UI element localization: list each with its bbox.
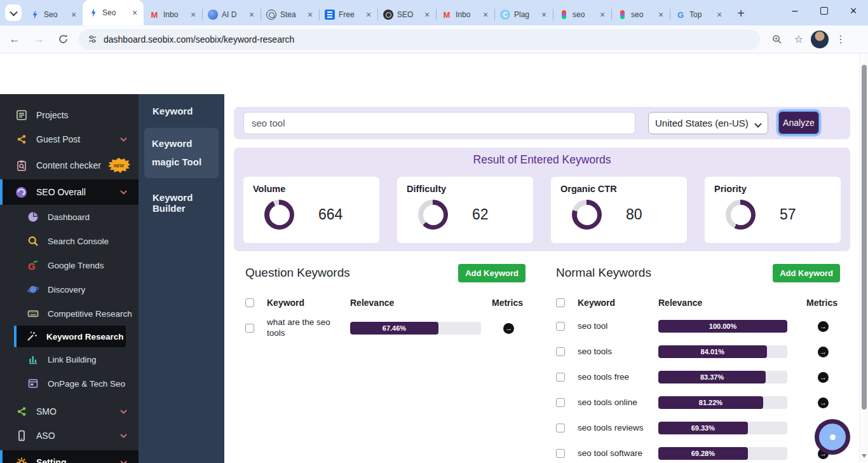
- table-row: what are the seo tools 67.46%: [245, 314, 526, 343]
- tab-title: seo: [631, 10, 652, 19]
- tab-close-icon[interactable]: [656, 10, 666, 20]
- sidebar-item-seo-overall[interactable]: SEO Overall: [0, 179, 139, 205]
- metrics-arrow-icon[interactable]: [818, 321, 829, 332]
- sidebar-item-guest-post[interactable]: Guest Post: [0, 127, 139, 151]
- priority-donut: [726, 200, 756, 230]
- metric-card-volume: Volume 664: [243, 177, 379, 243]
- locale-select[interactable]: United States (en-US): [648, 112, 768, 134]
- tab-close-icon[interactable]: [363, 10, 374, 20]
- sidebar-item-content-checker[interactable]: Content checker NEW: [0, 151, 139, 179]
- browser-tab[interactable]: Seo: [24, 4, 83, 25]
- tab-close-icon[interactable]: [422, 10, 432, 20]
- browser-tab[interactable]: Inbo: [436, 4, 494, 25]
- table-row: seo tools reviews 69.33%: [556, 415, 840, 441]
- sidebar-item-google-trends[interactable]: G Google Trends: [0, 253, 139, 277]
- bookmark-star-icon[interactable]: ☆: [789, 30, 808, 49]
- window-restore-icon[interactable]: [810, 0, 839, 22]
- new-tab-button[interactable]: [732, 4, 750, 22]
- browser-profile-avatar[interactable]: [811, 31, 829, 48]
- row-checkbox[interactable]: [556, 373, 565, 382]
- add-keyword-button[interactable]: Add Keyword: [458, 264, 526, 282]
- browser-tab[interactable]: AI D: [202, 4, 261, 25]
- row-checkbox[interactable]: [556, 322, 565, 331]
- browser-tab-active[interactable]: Seo: [83, 0, 144, 25]
- tab-close-icon[interactable]: [539, 10, 549, 20]
- tab-close-icon[interactable]: [69, 10, 79, 20]
- submenu-item-keyword[interactable]: Keyword: [139, 94, 224, 120]
- site-settings-icon[interactable]: [88, 34, 97, 44]
- metrics-arrow-icon[interactable]: [818, 372, 829, 383]
- row-checkbox[interactable]: [245, 324, 254, 333]
- browser-tab[interactable]: SEO: [377, 4, 436, 25]
- analyze-button[interactable]: Analyze: [778, 111, 819, 134]
- row-checkbox[interactable]: [556, 398, 565, 407]
- floating-widget-button[interactable]: [815, 419, 850, 455]
- chevron-down-icon: [120, 137, 127, 142]
- browser-tab[interactable]: Stea: [261, 4, 319, 25]
- forward-icon[interactable]: →: [29, 30, 48, 49]
- figma-favicon: [559, 10, 569, 20]
- tab-close-icon[interactable]: [188, 10, 198, 20]
- sidebar-item-smo[interactable]: SMO: [0, 399, 139, 424]
- back-icon[interactable]: ←: [5, 30, 24, 49]
- row-checkbox[interactable]: [556, 449, 565, 458]
- metrics-arrow-icon[interactable]: [818, 347, 829, 357]
- tab-title: Top: [689, 10, 710, 19]
- tab-close-icon[interactable]: [714, 10, 724, 20]
- submenu-item-keyword-builder[interactable]: Keyword Builder: [139, 181, 224, 218]
- select-all-checkbox[interactable]: [556, 298, 565, 307]
- metric-card-priority: Priority 57: [705, 177, 841, 243]
- window-minimize-icon[interactable]: [780, 0, 810, 22]
- sidebar-item-projects[interactable]: Projects: [0, 103, 139, 127]
- organic-ctr-donut: [572, 200, 602, 230]
- tab-search-button[interactable]: [5, 4, 22, 21]
- tab-title: Seo: [44, 10, 65, 19]
- browser-tab[interactable]: seo: [611, 4, 670, 25]
- select-all-checkbox[interactable]: [245, 298, 254, 307]
- sidebar-item-competitive-research[interactable]: Competitive Research: [0, 301, 139, 326]
- scrollbar-thumb[interactable]: [862, 65, 867, 410]
- row-checkbox[interactable]: [556, 424, 565, 432]
- tab-title: Inbo: [456, 10, 477, 19]
- address-bar[interactable]: dashboard.seobix.com/seobix/keyword-rese…: [79, 29, 760, 50]
- table-row: seo tool software 69.28%: [556, 441, 840, 463]
- metrics-arrow-icon[interactable]: [503, 323, 514, 334]
- tab-close-icon[interactable]: [305, 10, 315, 20]
- tab-close-icon[interactable]: [597, 10, 607, 20]
- zoom-icon[interactable]: [768, 30, 787, 49]
- browser-tab[interactable]: Free: [319, 4, 377, 25]
- seobix-favicon: [30, 10, 40, 20]
- sidebar-item-search-console[interactable]: Search Console: [0, 229, 139, 253]
- reload-icon[interactable]: [53, 30, 72, 49]
- gmail-favicon: [149, 10, 159, 20]
- metrics-arrow-icon[interactable]: [818, 397, 829, 408]
- browser-tab[interactable]: seo: [553, 4, 611, 25]
- sidebar-item-dashboard[interactable]: Dashboard: [0, 205, 139, 229]
- sidebar-item-onpage-tech-seo[interactable]: OnPage & Tech Seo: [0, 371, 139, 396]
- add-keyword-button[interactable]: Add Keyword: [773, 264, 840, 282]
- chevron-down-icon: [120, 460, 127, 463]
- browser-tab[interactable]: Top: [670, 4, 728, 25]
- sidebar-item-aso[interactable]: ASO: [0, 424, 139, 448]
- sidebar-item-keyword-research[interactable]: Keyword Research: [14, 326, 126, 347]
- tab-close-icon[interactable]: [247, 10, 257, 20]
- row-checkbox[interactable]: [556, 347, 565, 356]
- page-scrollbar[interactable]: [859, 53, 868, 463]
- browser-tab[interactable]: Inbo: [144, 4, 202, 25]
- sidebar-item-setting[interactable]: Setting: [0, 450, 139, 463]
- chevron-down-icon: [755, 120, 761, 127]
- keyword-input[interactable]: [243, 112, 635, 134]
- browser-tab[interactable]: Plag: [494, 4, 553, 25]
- submenu-item-keyword-magic-tool[interactable]: Keyword magic Tool: [144, 128, 219, 178]
- ai-favicon: [208, 10, 218, 20]
- browser-menu-icon[interactable]: ⋮: [831, 30, 850, 49]
- scrollbar-down-arrow-icon[interactable]: [862, 454, 867, 458]
- priority-value: 57: [780, 206, 796, 223]
- sidebar-item-link-building[interactable]: Link Building: [0, 347, 139, 371]
- openai-favicon: [383, 10, 393, 20]
- tab-close-icon[interactable]: [480, 10, 491, 20]
- relevance-value: 84.01%: [658, 345, 767, 358]
- tab-close-icon[interactable]: [130, 8, 140, 18]
- window-close-icon[interactable]: [839, 0, 868, 22]
- sidebar-item-discovery[interactable]: Discovery: [0, 277, 139, 301]
